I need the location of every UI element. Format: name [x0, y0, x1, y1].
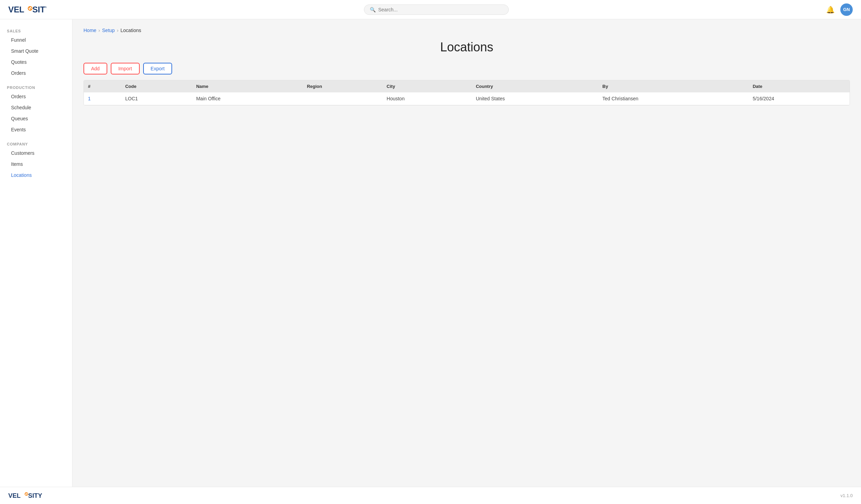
breadcrumb-sep-2: › — [117, 28, 119, 33]
locations-table: # Code Name Region City Country By Date … — [84, 80, 850, 105]
sidebar-sections: SALES Funnel Smart Quote Quotes Orders P… — [0, 26, 72, 181]
col-code: Code — [121, 80, 192, 92]
sidebar-item-items[interactable]: Items — [0, 159, 72, 170]
footer-version: v1.1.0 — [841, 493, 853, 498]
svg-line-6 — [26, 493, 27, 495]
breadcrumb-sep-1: › — [98, 28, 100, 33]
nav-right: 🔔 GN — [826, 3, 853, 16]
row-link[interactable]: 1 — [88, 96, 91, 101]
table-header: # Code Name Region City Country By Date — [84, 80, 850, 92]
page-title: Locations — [83, 40, 850, 54]
notification-bell-icon[interactable]: 🔔 — [826, 6, 835, 14]
sidebar-item-smart-quote[interactable]: Smart Quote — [0, 46, 72, 57]
cell-date: 5/16/2024 — [749, 92, 850, 105]
sidebar-item-customers[interactable]: Customers — [0, 148, 72, 159]
col-date: Date — [749, 80, 850, 92]
breadcrumb-home[interactable]: Home — [83, 28, 96, 33]
cell-region — [303, 92, 383, 105]
sidebar-item-funnel[interactable]: Funnel — [0, 34, 72, 46]
sidebar-item-orders-prod[interactable]: Orders — [0, 91, 72, 102]
svg-text:VEL: VEL — [8, 492, 21, 499]
search-bar[interactable]: 🔍 — [364, 4, 509, 15]
breadcrumb-setup[interactable]: Setup — [102, 28, 115, 33]
sidebar-item-quotes[interactable]: Quotes — [0, 57, 72, 68]
section-production: PRODUCTION Orders Schedule Queues Events — [0, 83, 72, 135]
cell-num: 1 — [84, 92, 121, 105]
table-body: 1 LOC1 Main Office Houston United States… — [84, 92, 850, 105]
cell-city: Houston — [383, 92, 472, 105]
svg-text:SITY: SITY — [32, 5, 46, 14]
section-label-sales: SALES — [0, 26, 72, 34]
action-buttons: Add Import Export — [83, 63, 850, 74]
section-company: COMPANY Customers Items Locations — [0, 139, 72, 181]
breadcrumb: Home › Setup › Locations — [83, 28, 850, 33]
sidebar: SALES Funnel Smart Quote Quotes Orders P… — [0, 19, 72, 504]
section-label-company: COMPANY — [0, 139, 72, 148]
top-nav: VEL SITY 🔍 🔔 GN — [0, 0, 861, 19]
footer: VEL SITY v1.1.0 — [0, 487, 861, 504]
svg-text:VEL: VEL — [8, 5, 24, 14]
table-row: 1 LOC1 Main Office Houston United States… — [84, 92, 850, 105]
section-label-production: PRODUCTION — [0, 83, 72, 91]
search-icon: 🔍 — [370, 7, 376, 12]
col-name: Name — [192, 80, 303, 92]
layout: SALES Funnel Smart Quote Quotes Orders P… — [0, 19, 861, 504]
col-country: Country — [472, 80, 598, 92]
sidebar-item-orders-sales[interactable]: Orders — [0, 68, 72, 79]
breadcrumb-current: Locations — [120, 28, 141, 33]
sidebar-item-schedule[interactable]: Schedule — [0, 102, 72, 113]
svg-text:SITY: SITY — [28, 492, 42, 499]
locations-table-container: # Code Name Region City Country By Date … — [83, 80, 850, 105]
main-content: Home › Setup › Locations Locations Add I… — [72, 19, 861, 504]
cell-code: LOC1 — [121, 92, 192, 105]
cell-name: Main Office — [192, 92, 303, 105]
col-city: City — [383, 80, 472, 92]
import-button[interactable]: Import — [111, 63, 140, 74]
logo: VEL SITY — [8, 3, 46, 16]
sidebar-item-locations[interactable]: Locations — [0, 170, 72, 181]
footer-logo: VEL SITY — [8, 491, 43, 501]
col-by: By — [598, 80, 749, 92]
sidebar-item-events[interactable]: Events — [0, 124, 72, 135]
svg-line-2 — [29, 7, 31, 10]
add-button[interactable]: Add — [83, 63, 107, 74]
search-input[interactable] — [378, 7, 503, 12]
avatar[interactable]: GN — [840, 3, 853, 16]
cell-by: Ted Christiansen — [598, 92, 749, 105]
col-num: # — [84, 80, 121, 92]
col-region: Region — [303, 80, 383, 92]
section-sales: SALES Funnel Smart Quote Quotes Orders — [0, 26, 72, 79]
sidebar-item-queues[interactable]: Queues — [0, 113, 72, 124]
cell-country: United States — [472, 92, 598, 105]
export-button[interactable]: Export — [143, 63, 172, 74]
